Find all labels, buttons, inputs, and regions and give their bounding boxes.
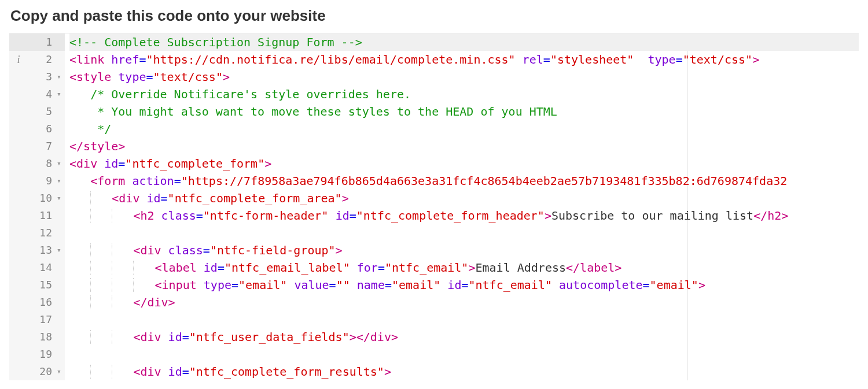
code-line[interactable]: <label id="ntfc_email_label" for="ntfc_e… [69,259,859,276]
fold-icon[interactable]: ▾ [56,172,62,190]
token: id [168,365,182,379]
token: > [545,209,551,223]
fold-icon[interactable]: ▾ [56,68,62,86]
code-line[interactable]: <div class="ntfc-field-group"> [69,242,859,259]
info-icon[interactable]: i [13,51,24,68]
token [161,365,168,379]
code-line[interactable]: */ [69,120,859,138]
gutter-row: 11 [9,207,65,224]
token: < [133,243,140,257]
gutter-row: 14 [9,259,65,276]
token: ></ [350,330,370,344]
code-line[interactable] [69,311,859,328]
gutter-row: 16 [9,294,65,311]
token: = [350,209,356,223]
token: <!-- Complete Subscription Signup Form -… [69,35,362,49]
code-editor[interactable]: 1i23▾4▾5678▾9▾10▾111213▾14151617181920▾ … [9,33,859,380]
fold-icon[interactable]: ▾ [56,363,62,380]
token: * You might also want to move these styl… [97,105,557,118]
code-line[interactable] [69,224,859,242]
gutter-row: 5 [9,103,65,120]
code-line[interactable]: </style> [69,138,859,155]
token: = [329,278,336,292]
token: id [146,191,160,205]
token: = [146,70,153,84]
token: "ntfc_user_data_fields" [189,330,350,344]
code-line[interactable]: <div id="ntfc_complete_form"> [69,155,859,172]
token: id [204,261,218,275]
token: "text/css" [683,53,752,66]
gutter-row: 4▾ [9,86,65,103]
token: id [104,157,118,171]
code-line[interactable] [69,346,859,363]
line-number: 15 [39,276,52,294]
code-line[interactable]: * You might also want to move these styl… [69,103,859,120]
token: class [161,209,196,223]
token: = [182,365,189,379]
token: > [168,295,175,309]
line-number: 19 [39,346,52,363]
token: "" [336,278,350,292]
fold-icon[interactable]: ▾ [56,86,62,103]
code-line[interactable]: <div id="ntfc_user_data_fields"></div> [69,328,859,346]
token: class [168,243,203,257]
line-number: 10 [39,190,52,207]
token: "ntfc_complete_form_area" [168,191,342,205]
code-line[interactable]: <div id="ntfc_complete_form_area"> [69,190,859,207]
gutter-row: 19 [9,346,65,363]
token: "ntfc_email" [468,278,552,292]
code-line[interactable]: </div> [69,294,859,311]
token: "text/css" [153,70,223,84]
fold-icon[interactable]: ▾ [56,155,62,172]
token: style [83,139,118,153]
token: "https://7f8958a3ae794f6b865d4a663e3a31f… [181,174,788,188]
line-number: 11 [39,207,52,224]
token: input [162,278,197,292]
token: "ntfc_complete_form_results" [189,365,384,379]
token: = [174,174,181,188]
token: > [468,261,475,275]
gutter-row: 8▾ [9,155,65,172]
token [350,278,357,292]
token: Subscribe to our mailing list [551,209,753,223]
code-line[interactable]: <div id="ntfc_complete_form_results"> [69,363,859,380]
gutter-row: 18 [9,328,65,346]
token: "stylesheet" [550,53,634,66]
code-line[interactable]: <!-- Complete Subscription Signup Form -… [69,34,859,51]
token: div [140,243,161,257]
token: "email" [650,278,698,292]
code-line[interactable]: <form action="https://7f8958a3ae794f6b86… [69,172,859,190]
token: > [336,243,343,257]
token: "email" [392,278,440,292]
line-number: 9 [46,172,52,190]
token: = [161,191,168,205]
token: = [461,278,468,292]
line-number: 20 [39,363,52,380]
gutter-row: 12 [9,224,65,242]
code-line[interactable]: <h2 class="ntfc-form-header" id="ntfc_co… [69,207,859,224]
token: id [336,209,350,223]
editor-code[interactable]: <!-- Complete Subscription Signup Form -… [65,34,859,380]
token: = [385,278,392,292]
fold-icon[interactable]: ▾ [56,190,62,207]
token [97,157,104,171]
token: = [378,261,385,275]
gutter-row: 10▾ [9,190,65,207]
token: action [132,174,174,188]
gutter-row: i2 [9,51,65,68]
code-line[interactable]: <input type="email" value="" name="email… [69,276,859,294]
code-line[interactable]: <link href="https://cdn.notifica.re/libs… [69,51,859,68]
gutter-row: 9▾ [9,172,65,190]
token: "ntfc_complete_form" [125,157,264,171]
fold-icon[interactable]: ▾ [56,242,62,259]
code-line[interactable]: /* Override Notificare's style overrides… [69,86,859,103]
code-line[interactable]: <style type="text/css"> [69,68,859,86]
gutter-row: 15 [9,276,65,294]
token [155,209,161,223]
token [552,278,559,292]
token: = [231,278,238,292]
token: link [76,53,104,66]
line-number: 14 [39,259,52,276]
token: style [76,70,111,84]
token: value [294,278,329,292]
